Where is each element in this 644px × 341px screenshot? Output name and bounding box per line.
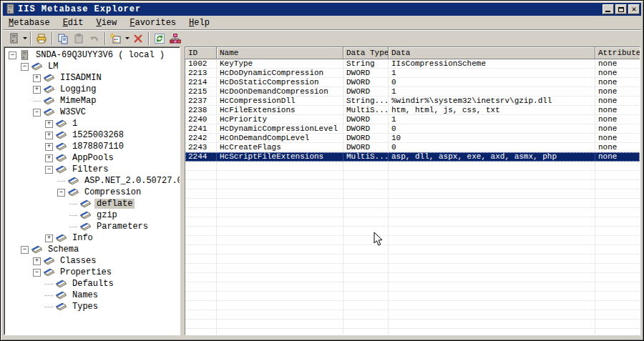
table-row[interactable]: 2214HcDoStaticCompressionDWORD0none (185, 78, 640, 87)
collapse-icon[interactable]: − (21, 246, 29, 254)
table-row[interactable]: 2241HcDynamicCompressionLevelDWORD0none (185, 124, 640, 134)
tree-connector (45, 307, 53, 307)
empty-cell (185, 273, 217, 282)
tree-item-apppools[interactable]: +AppPools (4, 152, 180, 164)
tree-item-filters[interactable]: −Filters (4, 164, 180, 175)
tree-item-parameters[interactable]: Parameters (4, 221, 180, 232)
tree-item-asp-net-2-0-50727-0[interactable]: ASP.NET_2.0.50727.0 (4, 175, 180, 187)
expand-icon[interactable]: + (45, 120, 53, 128)
tree-item-label: Compression (82, 187, 143, 197)
expand-icon[interactable]: + (33, 257, 41, 265)
tree-item-lm[interactable]: −LM (4, 61, 180, 72)
column-header-attributes[interactable]: Attributes (595, 47, 640, 59)
expand-icon[interactable]: + (33, 86, 41, 94)
empty-cell (343, 171, 389, 180)
column-header-data-type[interactable]: Data Type (343, 47, 389, 59)
copy-button[interactable] (55, 31, 71, 46)
table-row[interactable]: 1002KeyTypeStringIIsCompressionSchemenon… (185, 59, 640, 69)
column-header-name[interactable]: Name (217, 47, 343, 59)
tree-item-gzip[interactable]: gzip (4, 209, 180, 221)
expand-icon[interactable]: + (45, 143, 53, 151)
menu-edit[interactable]: Edit (60, 16, 89, 29)
collapse-icon[interactable]: − (45, 166, 53, 174)
menu-favorites[interactable]: Favorites (127, 16, 182, 29)
cell-type: DWORD (343, 69, 389, 78)
toolbar-separator (148, 32, 150, 45)
org-view-button[interactable] (167, 31, 183, 46)
expand-icon[interactable]: + (45, 234, 53, 242)
table-row[interactable]: 2213HcDoDynamicCompressionDWORD1none (185, 69, 640, 78)
empty-cell (595, 282, 640, 292)
tree-item-logging[interactable]: +Logging (4, 84, 180, 95)
tree-connector (33, 101, 41, 102)
tree-item-snda-69q3uyy3v6-local[interactable]: −SNDA-69Q3UYY3V6 ( local ) (4, 49, 180, 61)
expand-icon[interactable]: + (45, 132, 53, 139)
table-row[interactable]: 2242HcOnDemandCompLevelDWORD10none (185, 134, 640, 143)
tree-item-deflate[interactable]: deflate (4, 198, 180, 209)
tree-item-1[interactable]: +1 (4, 118, 180, 129)
export-button[interactable] (34, 31, 49, 46)
table-row[interactable]: 2243HcCreateFlagsDWORD0none (185, 143, 640, 152)
empty-cell (389, 236, 595, 245)
tree-item-info[interactable]: +Info (4, 232, 180, 244)
collapse-icon[interactable]: − (57, 189, 65, 197)
empty-cell (595, 171, 640, 180)
tree-item-compression[interactable]: −Compression (4, 187, 180, 198)
maximize-button[interactable] (615, 4, 627, 14)
cell-data: 0 (389, 143, 595, 152)
collapse-icon[interactable]: − (21, 63, 29, 71)
key-icon (55, 164, 67, 174)
cell-type: String... (343, 97, 389, 106)
undo-button[interactable] (87, 31, 102, 46)
empty-cell (595, 292, 640, 301)
collapse-icon[interactable]: − (33, 109, 41, 117)
cell-id: 2238 (185, 106, 217, 115)
expand-icon[interactable]: + (33, 74, 41, 82)
tree-item-1878807110[interactable]: +1878807110 (4, 141, 180, 152)
collapse-icon[interactable]: − (33, 269, 41, 277)
refresh-button[interactable] (152, 31, 167, 46)
tree-item-properties[interactable]: −Properties (4, 267, 180, 278)
cell-attributes: none (595, 115, 640, 124)
tree-item-iisadmin[interactable]: +IISADMIN (4, 72, 180, 84)
column-header-id[interactable]: ID (185, 47, 217, 59)
tree-item-types[interactable]: Types (4, 301, 180, 312)
column-header-data[interactable]: Data (389, 47, 595, 59)
table-row[interactable]: 2240HcPriorityDWORD1none (185, 115, 640, 124)
delete-button[interactable] (130, 31, 146, 46)
paste-button[interactable] (71, 31, 87, 46)
close-button[interactable]: ✕ (628, 4, 640, 14)
menu-view[interactable]: View (93, 16, 122, 29)
minimize-button[interactable] (602, 4, 614, 14)
tree-item-schema[interactable]: −Schema (4, 244, 180, 255)
tree-item-mimemap[interactable]: MimeMap (4, 95, 180, 107)
new-key-dropdown[interactable] (124, 31, 130, 46)
table-empty-row (185, 162, 640, 171)
new-key-button[interactable] (108, 31, 124, 46)
table-row[interactable]: 2244HcScriptFileExtensionsMultiS...asp, … (185, 152, 640, 162)
key-icon (67, 187, 79, 197)
menu-help[interactable]: Help (186, 16, 215, 29)
menu-metabase[interactable]: Metabase (6, 16, 56, 29)
table-row[interactable]: 2237HcCompressionDllString...%windir%\sy… (185, 97, 640, 106)
table-row[interactable]: 2238HcFileExtensionsMultiS...htm, html, … (185, 106, 640, 115)
key-icon (79, 210, 92, 220)
expand-icon[interactable]: + (45, 154, 53, 162)
tree-item-1525003268[interactable]: +1525003268 (4, 129, 180, 141)
tree-item-classes[interactable]: +Classes (4, 255, 180, 267)
empty-cell (389, 180, 595, 189)
tree-item-names[interactable]: Names (4, 290, 180, 301)
empty-cell (185, 264, 217, 273)
collapse-icon[interactable]: − (9, 51, 16, 59)
cell-type: DWORD (343, 115, 389, 124)
connect-button[interactable] (6, 31, 21, 46)
connect-dropdown[interactable] (21, 31, 28, 46)
tree-item-w3svc[interactable]: −W3SVC (4, 107, 180, 118)
empty-cell (343, 254, 389, 264)
empty-cell (217, 254, 343, 264)
empty-cell (343, 264, 389, 273)
empty-cell (595, 320, 640, 329)
tree-item-defaults[interactable]: Defaults (4, 278, 180, 290)
table-row[interactable]: 2215HcDoOnDemandCompressionDWORD1none (185, 87, 640, 97)
title-bar[interactable]: IIS Metabase Explorer ✕ (3, 3, 641, 16)
